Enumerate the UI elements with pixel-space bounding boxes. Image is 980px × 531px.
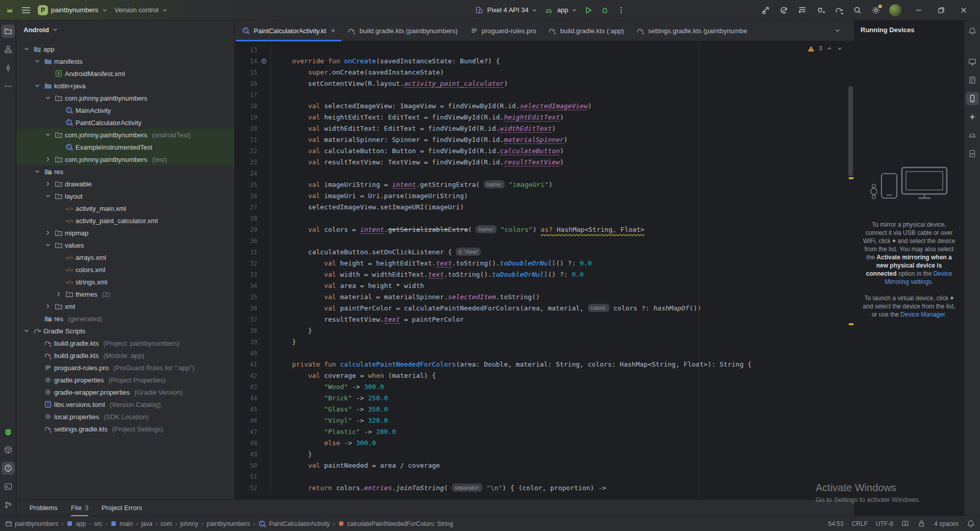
code-line[interactable]: 20 val widthEditText: EditText = findVie… — [235, 123, 854, 134]
tree-item[interactable]: com.johnny.paintbynumbers — [16, 92, 234, 104]
code-line[interactable]: 44 "Brick" -> 250.0 — [235, 393, 854, 404]
next-warning-icon[interactable] — [837, 45, 843, 52]
code-line[interactable]: 13 — [235, 44, 854, 56]
chevron-down-icon[interactable] — [44, 94, 52, 102]
tree-item[interactable]: mipmap — [16, 227, 234, 239]
line-number[interactable]: 34 — [235, 280, 257, 292]
line-number[interactable]: 52 — [235, 482, 257, 494]
chevron-right-icon[interactable] — [44, 180, 52, 188]
code-line[interactable]: 23 val resultTextView: TextView = findVi… — [235, 157, 854, 168]
hidden-tabs-icon[interactable] — [834, 27, 842, 35]
code-line[interactable]: 37 resultTextView.text = paintPerColor — [235, 314, 854, 325]
tree-item[interactable]: proguard-rules.pro(ProGuard Rules for ":… — [16, 361, 234, 374]
code-line[interactable]: 42 val coverage = when (material) { — [235, 370, 854, 381]
user-avatar[interactable] — [889, 4, 901, 16]
code-line[interactable]: 47 "Plastic" -> 280.0 — [235, 426, 854, 438]
tool-window-button-structure[interactable] — [2, 43, 15, 56]
line-number[interactable]: 46 — [235, 415, 257, 426]
tree-item[interactable]: Ksettings.gradle.kts(Project Settings) — [16, 423, 234, 435]
tab-options-icon[interactable] — [847, 27, 849, 35]
code-line[interactable]: 38 } — [235, 325, 854, 336]
line-number[interactable]: 38 — [235, 325, 257, 336]
gradle-sync-icon[interactable] — [834, 5, 844, 15]
book-icon[interactable] — [901, 520, 910, 528]
tree-item[interactable]: res(generated) — [16, 312, 234, 325]
prev-warning-icon[interactable] — [826, 45, 832, 52]
line-number[interactable]: 49 — [235, 449, 257, 460]
tool-window-button-emulator[interactable] — [966, 129, 979, 142]
editor-tab[interactable]: proguard-rules.pro — [464, 20, 543, 41]
chevron-right-icon[interactable] — [44, 229, 52, 237]
project-widget[interactable]: P paintbynumbers — [38, 5, 108, 15]
code-line[interactable]: 50 val paintNeeded = area / coverage — [235, 460, 854, 471]
tree-item[interactable]: CKPaintCalculatorActivity — [16, 116, 234, 129]
line-number[interactable]: 25 — [235, 179, 257, 190]
window-restore-button[interactable] — [930, 0, 952, 20]
more-actions-button[interactable] — [616, 5, 626, 15]
line-number[interactable]: 40 — [235, 348, 257, 359]
tool-window-button-monitor[interactable] — [966, 55, 979, 68]
line-number[interactable]: 41 — [235, 359, 257, 370]
code-line[interactable]: 30 — [235, 235, 854, 247]
breadcrumb-item[interactable]: src — [94, 520, 102, 527]
line-number[interactable]: 29 — [235, 224, 257, 235]
line-number[interactable]: 50 — [235, 460, 257, 471]
chevron-down-icon[interactable] — [22, 327, 31, 335]
code-line[interactable]: 40 — [235, 348, 854, 359]
tool-window-button-services[interactable] — [2, 443, 15, 456]
tool-window-button-device-manager[interactable] — [966, 147, 979, 160]
chevron-right-icon[interactable] — [44, 155, 52, 163]
tree-item[interactable]: </>activity_main.xml — [16, 202, 234, 214]
code-line[interactable]: 34 val area = height * width — [235, 280, 854, 292]
tool-window-button-notes[interactable] — [966, 74, 979, 87]
line-number[interactable]: 51 — [235, 471, 257, 482]
project-view-selector[interactable]: Android — [16, 20, 234, 39]
line-number[interactable]: 32 — [235, 258, 257, 269]
breadcrumb-item[interactable]: CKPaintCalculatorActivity — [258, 520, 330, 528]
line-number[interactable]: 20 — [235, 123, 257, 134]
build-analyzer-icon[interactable] — [797, 5, 807, 15]
line-separator[interactable]: CRLF — [852, 520, 868, 527]
breadcrumb-item[interactable]: com — [160, 520, 172, 527]
tree-item[interactable]: manifests — [16, 55, 234, 67]
tool-window-button-logcat[interactable] — [2, 425, 15, 438]
code-line[interactable]: 27 selectedImageView.setImageURI(imageUr… — [235, 202, 854, 213]
tree-item[interactable]: Gradle Scripts — [16, 325, 234, 337]
code-line[interactable]: 15 super.onCreate(savedInstanceState) — [235, 67, 854, 78]
bell-icon[interactable] — [967, 520, 975, 528]
line-number[interactable]: 16 — [235, 78, 257, 89]
tree-item[interactable]: CKExampleInstrumentedTest — [16, 141, 234, 153]
code-line[interactable]: 52 return colors.entries.joinToString( s… — [235, 482, 854, 494]
tree-item[interactable]: </>colors.xml — [16, 263, 234, 276]
line-number[interactable]: 43 — [235, 381, 257, 393]
chevron-down-icon[interactable] — [33, 57, 41, 65]
code-line[interactable]: 17 — [235, 89, 854, 101]
line-number[interactable]: 44 — [235, 393, 257, 404]
problems-tab-file[interactable]: File3 — [71, 500, 88, 516]
tool-window-button-commit[interactable] — [2, 61, 15, 75]
line-number[interactable]: 19 — [235, 112, 257, 123]
tree-item[interactable]: gradle-wrapper.properties(Gradle Version… — [16, 386, 234, 398]
tool-window-button-project-folder[interactable] — [2, 25, 15, 38]
editor-tab[interactable]: Kbuild.gradle.kts (:app) — [542, 20, 630, 41]
breadcrumb-item[interactable]: paintbynumbers — [207, 520, 250, 527]
tree-item[interactable]: res — [16, 165, 234, 178]
line-number[interactable]: 17 — [235, 89, 257, 101]
code-line[interactable]: 16 setContentView(R.layout.activity_pain… — [235, 78, 854, 89]
tree-item[interactable]: Kbuild.gradle.kts(Module :app) — [16, 349, 234, 361]
tree-item[interactable]: CKMainActivity — [16, 104, 234, 116]
code-line[interactable]: 26 val imageUri = Uri.parse(imageUriStri… — [235, 190, 854, 202]
chevron-down-icon[interactable] — [44, 192, 52, 200]
line-number[interactable]: 47 — [235, 426, 257, 438]
line-number[interactable]: 28 — [235, 213, 257, 224]
chevron-down-icon[interactable] — [22, 45, 31, 53]
code-line[interactable]: 45 "Glass" -> 350.0 — [235, 404, 854, 415]
line-number[interactable]: 42 — [235, 370, 257, 381]
line-number[interactable]: 15 — [235, 67, 257, 78]
settings-gear-icon[interactable] — [871, 5, 881, 15]
device-manager-link[interactable]: Device Manager. — [900, 311, 946, 318]
tree-item[interactable]: local.properties(SDK Location) — [16, 411, 234, 423]
line-number[interactable]: 35 — [235, 292, 257, 303]
device-selector[interactable]: Pixel 4 API 34 — [474, 5, 538, 15]
close-tab-icon[interactable]: ✕ — [331, 28, 335, 34]
